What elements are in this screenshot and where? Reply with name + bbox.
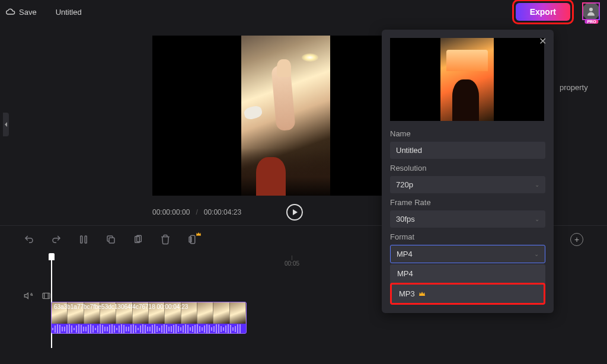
chevron-down-icon: ⌄ xyxy=(535,216,539,222)
plus-icon: + xyxy=(574,235,579,244)
property-text: property xyxy=(560,83,588,92)
split-button[interactable] xyxy=(78,234,89,245)
export-panel: ✕ Name Resolution 720p ⌄ Frame Rate 30fp… xyxy=(382,30,554,313)
pro-badge: PRO xyxy=(584,20,598,24)
ruler-tick: 00:05 xyxy=(285,256,299,267)
duplicate-button[interactable] xyxy=(133,234,143,245)
clip-audio-wave: document.write(Array.from({length:80},(_… xyxy=(52,324,246,334)
copy-button[interactable] xyxy=(106,234,116,245)
save-label: Save xyxy=(19,8,37,17)
resolution-select[interactable]: 720p ⌄ xyxy=(390,176,545,193)
svg-rect-2 xyxy=(85,236,87,243)
project-title[interactable]: Untitled xyxy=(56,8,82,17)
play-button[interactable] xyxy=(286,204,303,221)
framerate-select[interactable]: 30fps ⌄ xyxy=(390,210,545,228)
format-option-mp4[interactable]: MP4 xyxy=(390,264,545,283)
export-highlight: Export xyxy=(512,0,574,24)
delete-button[interactable] xyxy=(160,234,171,245)
collapse-left-panel[interactable] xyxy=(3,113,9,136)
undo-button[interactable] xyxy=(24,234,34,245)
time-controls: 00:00:00:00 / 00:00:04:23 xyxy=(152,204,419,221)
top-bar: Save Untitled Export PRO xyxy=(0,0,607,24)
paste-button[interactable] xyxy=(187,234,198,245)
chevron-left-icon xyxy=(4,122,8,127)
video-clip[interactable]: 63a3b1a77bc7fbe53dc13064f4c76718 00:00:0… xyxy=(51,302,247,334)
playhead[interactable] xyxy=(51,253,52,348)
chevron-down-icon: ⌄ xyxy=(534,251,539,257)
svg-point-0 xyxy=(589,8,593,11)
left-strip xyxy=(0,24,12,225)
audio-icon[interactable] xyxy=(24,291,33,301)
close-button[interactable]: ✕ xyxy=(539,36,547,47)
total-time: 00:00:04:23 xyxy=(204,208,241,216)
close-icon: ✕ xyxy=(539,36,547,46)
resolution-label: Resolution xyxy=(390,164,545,173)
framerate-label: Frame Rate xyxy=(390,198,545,207)
redo-button[interactable] xyxy=(51,234,62,245)
name-input[interactable] xyxy=(390,142,545,159)
video-frame xyxy=(241,36,330,196)
current-time: 00:00:00:00 xyxy=(152,208,190,216)
svg-rect-1 xyxy=(81,236,82,243)
export-button[interactable]: Export xyxy=(516,3,570,21)
svg-rect-8 xyxy=(43,293,50,298)
format-dropdown: MP4 MP3 xyxy=(390,264,545,305)
svg-rect-3 xyxy=(109,238,114,243)
format-select[interactable]: MP4 ⌄ xyxy=(390,245,545,263)
save-button[interactable]: Save xyxy=(6,7,37,17)
name-label: Name xyxy=(390,129,545,138)
preview-canvas[interactable] xyxy=(152,36,419,196)
format-option-mp3[interactable]: MP3 xyxy=(390,283,545,305)
play-icon xyxy=(293,209,298,215)
clip-label: 63a3b1a77bc7fbe53dc13064f4c76718 00:00:0… xyxy=(54,304,188,310)
chevron-down-icon: ⌄ xyxy=(535,181,539,188)
add-track-button[interactable]: + xyxy=(570,233,583,246)
user-avatar[interactable]: PRO xyxy=(582,2,601,21)
cloud-icon xyxy=(6,7,15,17)
crown-icon xyxy=(418,291,426,297)
avatar-icon xyxy=(582,2,600,20)
export-preview xyxy=(390,38,544,121)
format-label: Format xyxy=(390,232,545,241)
time-separator: / xyxy=(196,208,197,216)
crown-icon xyxy=(196,232,202,237)
right-panel-hint: property xyxy=(560,24,607,225)
video-track-icon[interactable] xyxy=(41,291,51,301)
